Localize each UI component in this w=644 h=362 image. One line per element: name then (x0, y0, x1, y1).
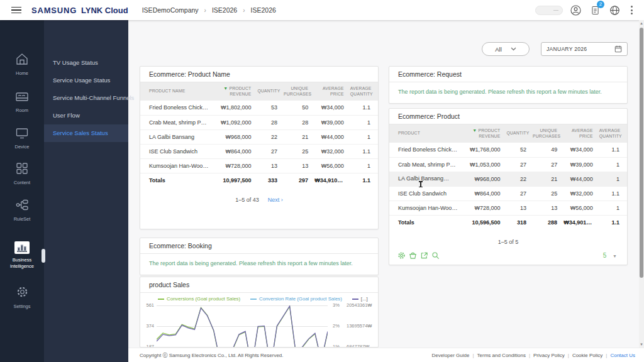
table-cell: 27 (503, 157, 530, 172)
globe-icon[interactable] (608, 3, 621, 17)
nav-item-settings[interactable]: Settings (0, 285, 44, 310)
column-header[interactable]: UNIQUE PURCHASES (280, 82, 311, 101)
sales-line-chart: Conversions (Goal product Sales) Convers… (140, 293, 378, 348)
scroll-up-arrow[interactable]: ▲ (639, 21, 644, 25)
settings-icon[interactable] (397, 251, 406, 260)
footer-link-privacy[interactable]: Privacy Policy (533, 353, 565, 358)
chevron-down-icon (511, 47, 516, 51)
top-bar: SAMSUNG LYNK Cloud ISEDemoCompany › ISE2… (0, 0, 644, 20)
column-header[interactable]: AVERAGE QUANTITY (347, 82, 378, 101)
search-icon[interactable] (431, 251, 440, 260)
column-header[interactable]: QUANTITY (254, 82, 280, 101)
table-cell: ₩39,000 (560, 157, 596, 172)
table-row[interactable]: LA Galbi Bansang₩968,0002221₩44,0001 (389, 172, 627, 186)
pagination: 1–5 of 43 Next › (140, 197, 378, 203)
table-cell: 1.1 (596, 143, 627, 157)
column-header[interactable]: AVERAGE PRICE (311, 82, 347, 101)
footer-link-developer-guide[interactable]: Developer Guide (431, 353, 469, 358)
sidebar-item-service-sales-status[interactable]: Service Sales Status (44, 124, 128, 142)
footer-links: Developer Guide| Terms and Conditions| P… (431, 353, 635, 358)
breadcrumb: ISEDemoCompany › ISE2026 › ISE2026 (142, 6, 276, 14)
table-row[interactable]: ISE Club Sandwich₩864,0002725₩32,0001.1 (140, 144, 378, 158)
column-header[interactable]: AVERAGE QUANTITY (596, 124, 627, 143)
legend-ellipsis-series[interactable]: [...] (352, 296, 368, 302)
basket-icon[interactable] (409, 251, 417, 260)
sidebar-item-service-usage-status[interactable]: Service Usage Status (44, 72, 128, 89)
legend-conversion-rate[interactable]: Conversion Rate (Goal product Sales) (250, 296, 342, 302)
data-table: PRODUCT▼PRODUCT REVENUEQUANTITYUNIQUE PU… (389, 124, 627, 229)
column-header[interactable]: AVERAGE PRICE (560, 124, 596, 143)
table-cell: ₩864,000 (211, 144, 254, 158)
pagination-range: 1–5 of 43 (235, 197, 259, 203)
table-cell: 1.1 (347, 144, 378, 158)
table-cell: ₩32,000 (311, 144, 347, 158)
y2-axis-tick-value: 13695574₩ (347, 323, 379, 329)
pagination-next-link[interactable]: Next › (268, 197, 283, 203)
sidebar-item-service-multi-channel-funnels[interactable]: Service Multi-Channel Funnels (44, 89, 128, 107)
nav-item-home[interactable]: Home (0, 53, 44, 77)
column-header[interactable]: UNIQUE PURCHASES (530, 124, 560, 143)
table-row[interactable]: Crab Meat, shrimp Pasta₩1,053,0002727₩39… (389, 157, 627, 172)
cursor-ibeam (420, 181, 421, 187)
nav-item-business-intelligence[interactable]: Business Intelligence (0, 241, 44, 270)
table-row[interactable]: LA Galbi Bansang₩968,0002221₩44,0001 (140, 129, 378, 144)
search-field-faded[interactable] (535, 6, 563, 15)
column-header[interactable]: PRODUCT (389, 124, 460, 143)
legend-dash (352, 299, 358, 300)
table-cell: 27 (530, 157, 560, 172)
notifications-document-icon[interactable]: 2 (588, 3, 602, 17)
scope-dropdown[interactable]: All (482, 42, 530, 56)
breadcrumb-site[interactable]: ISE2026 (212, 6, 237, 14)
table-cell: 1 (596, 172, 627, 186)
date-picker[interactable]: JANUARY 2026 (541, 42, 628, 56)
chart-line (157, 306, 328, 348)
table-cell: 1 (596, 157, 627, 172)
column-header[interactable]: ▼PRODUCT REVENUE (211, 82, 254, 101)
export-icon[interactable] (420, 251, 428, 260)
breadcrumb-page[interactable]: ISE2026 (251, 6, 276, 14)
sidebar-item-user-flow[interactable]: User Flow (44, 107, 128, 124)
table-cell: 13 (280, 158, 311, 173)
column-header[interactable]: PRODUCT NAME (140, 82, 211, 101)
samsung-logo: SAMSUNG (31, 6, 77, 15)
table-row[interactable]: Fried Boneless Chicken₩1,802,0005350₩34,… (140, 101, 378, 115)
page-size-value: 5 (603, 252, 607, 259)
breadcrumb-company[interactable]: ISEDemoCompany (142, 6, 199, 14)
product-name-table: PRODUCT NAME▼PRODUCT REVENUEQUANTITYUNIQ… (140, 82, 378, 187)
nav-item-room[interactable]: Room (0, 90, 44, 114)
column-header[interactable]: ▼PRODUCT REVENUE (460, 124, 503, 143)
table-row[interactable]: Crab Meat, shrimp Pasta₩1,092,0002828₩39… (140, 115, 378, 129)
legend-dash (158, 299, 164, 300)
page-size-dropdown[interactable]: 5 ▼ (603, 252, 617, 259)
nav-item-device[interactable]: Device (0, 127, 44, 150)
sidebar-item-tv-usage-status[interactable]: TV Usage Status (44, 54, 128, 72)
scroll-down-arrow[interactable]: ▼ (639, 343, 644, 346)
table-cell: ₩1,802,000 (211, 101, 254, 115)
table-cell: ₩968,000 (211, 129, 254, 144)
user-icon[interactable] (569, 3, 582, 17)
y2-axis-tick-pct: 2% (333, 323, 343, 329)
monitor-icon (15, 127, 29, 139)
scrollbar-thumb[interactable] (640, 28, 643, 278)
footer-link-terms[interactable]: Terms and Conditions (477, 353, 526, 358)
vertical-scrollbar[interactable]: ▲ ▼ (639, 20, 644, 348)
table-cell: ₩1,053,000 (460, 157, 503, 172)
column-header[interactable]: QUANTITY (503, 124, 530, 143)
card-product-sales: product Sales Conversions (Goal product … (140, 277, 379, 348)
footer-link-cookie[interactable]: Cookie Policy (572, 353, 602, 358)
table-row[interactable]: ISE Club Sandwich₩864,0002725₩32,0001.1 (389, 186, 627, 200)
hamburger-menu-icon[interactable] (11, 7, 21, 14)
nav-item-content[interactable]: Content (0, 162, 44, 186)
table-row[interactable]: Kumsoojan Han-WooBeef Tartar B...₩728,00… (389, 200, 627, 215)
table-cell: Fried Boneless Chicken (140, 101, 211, 115)
table-cell: 28 (254, 115, 280, 129)
kebab-menu-icon[interactable] (627, 4, 636, 16)
pagination: 1–5 of 5 (389, 239, 627, 245)
table-row[interactable]: Fried Boneless Chicken₩1,768,0005249₩34,… (389, 143, 627, 157)
card-title: Ecommerce: Booking (140, 238, 378, 254)
legend-conversions[interactable]: Conversions (Goal product Sales) (158, 296, 240, 302)
sidebar-collapse-handle[interactable] (42, 249, 45, 263)
nav-item-ruleset[interactable]: RuleSet (0, 199, 44, 222)
table-row[interactable]: Kumsoojan Han-WooBeef Tartar B...₩728,00… (140, 158, 378, 173)
footer-link-contact-us[interactable]: Contact Us (610, 353, 635, 358)
